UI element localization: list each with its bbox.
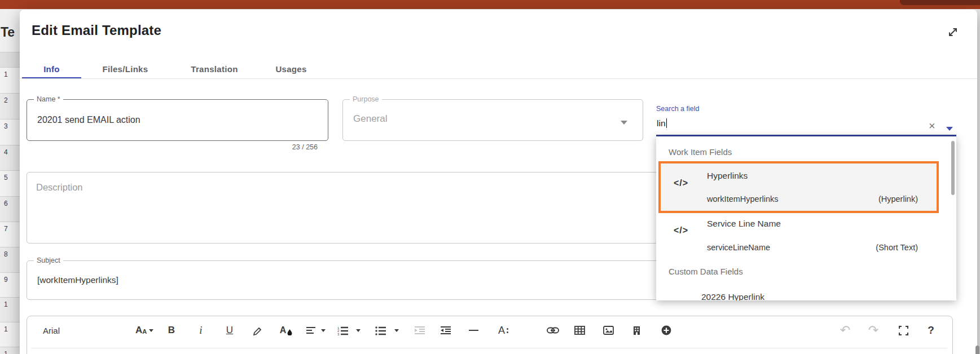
purpose-select[interactable]: [342, 99, 643, 141]
tabs-divider: [20, 78, 977, 79]
marker-pen-icon: [253, 325, 263, 336]
dialog-scrollbar-thumb[interactable]: [975, 346, 979, 354]
search-field-input[interactable]: lin: [657, 118, 667, 129]
background-table-row: 7: [0, 222, 20, 248]
outdent-button[interactable]: [410, 321, 429, 339]
ordered-list-button[interactable]: 123: [333, 321, 352, 339]
chevron-down-icon: [394, 329, 399, 332]
purpose-dropdown-arrow-icon[interactable]: [621, 121, 627, 125]
horizontal-rule-icon: [469, 330, 478, 331]
option-title-clipped[interactable]: 20226 Hyperlink: [701, 292, 764, 300]
table-icon: [574, 326, 585, 335]
open-in-full-icon: [947, 26, 960, 38]
link-icon: [547, 327, 559, 334]
bullet-list-dropdown-arrow[interactable]: [393, 321, 401, 339]
code-field-icon: </>: [674, 178, 688, 188]
tab-translation[interactable]: Translation: [169, 62, 260, 77]
svg-text:3: 3: [337, 332, 340, 335]
option-type: (Short Text): [825, 243, 918, 252]
chevron-down-icon: [321, 329, 326, 332]
building-icon: [633, 326, 640, 335]
background-table-header: [0, 52, 20, 68]
align-button[interactable]: [302, 321, 319, 339]
search-field-label: Search a field: [656, 105, 699, 113]
redo-button[interactable]: ↷: [863, 321, 884, 339]
purpose-label: Purpose: [350, 95, 382, 103]
ordered-list-dropdown-arrow[interactable]: [354, 321, 362, 339]
fullscreen-button[interactable]: [893, 321, 913, 339]
text-style-button[interactable]: A: [494, 321, 513, 339]
search-results-dropdown: Work Item Fields </> Hyperlinks workItem…: [656, 136, 956, 300]
toolbar-divider: [31, 348, 947, 348]
clear-search-icon[interactable]: ×: [929, 120, 935, 131]
subject-label: Subject: [34, 256, 63, 264]
dropdown-scrollbar-thumb[interactable]: [951, 141, 955, 195]
dialog-title: Edit Email Template: [32, 23, 161, 38]
chevron-down-icon: [356, 329, 361, 332]
background-table-row: 6: [0, 196, 20, 223]
fullscreen-icon: [899, 326, 908, 335]
bold-button[interactable]: B: [162, 321, 181, 339]
font-color-button[interactable]: A: [276, 321, 296, 339]
code-field-icon: </>: [674, 225, 688, 236]
horizontal-rule-button[interactable]: [464, 321, 483, 339]
search-dropdown-arrow-icon[interactable]: [946, 127, 953, 131]
highlight-button[interactable]: [248, 321, 267, 339]
name-value[interactable]: 20201 send EMAIL action: [37, 115, 140, 125]
background-table-row: 1: [0, 67, 20, 94]
undo-button[interactable]: ↶: [835, 321, 855, 339]
numbered-list-icon: 123: [337, 326, 348, 335]
undo-icon: ↶: [840, 323, 850, 338]
tab-usages[interactable]: Usages: [260, 62, 323, 77]
chevron-down-icon: [149, 329, 153, 332]
background-table-row: 3: [0, 119, 20, 145]
insert-link-button[interactable]: [543, 321, 563, 339]
plus-circle-icon: [661, 325, 671, 335]
background-right-strip: [977, 9, 980, 354]
tab-info[interactable]: Info: [22, 62, 81, 77]
option-code: workItemHyperlinks: [707, 194, 779, 203]
insert-more-button[interactable]: [656, 321, 676, 339]
name-char-counter: 23 / 256: [214, 143, 318, 151]
font-size-button[interactable]: AA: [131, 321, 158, 339]
option-type: (Hyperlink): [825, 194, 918, 203]
group-header-work-item-fields: Work Item Fields: [669, 147, 732, 157]
background-table-row: 1: [0, 297, 20, 324]
italic-button[interactable]: i: [192, 321, 210, 339]
expand-dialog-button[interactable]: [947, 26, 960, 39]
droplet-icon: [287, 329, 292, 335]
app-top-bar-accent: [900, 0, 980, 5]
indent-button[interactable]: [436, 321, 455, 339]
bullet-list-icon: [375, 326, 386, 335]
insert-image-button[interactable]: [598, 321, 618, 339]
dropdown-option-hyperlinks[interactable]: [658, 161, 939, 213]
font-family-value: Arial: [43, 326, 60, 335]
redo-icon: ↷: [868, 323, 878, 338]
font-family-select[interactable]: Arial: [39, 321, 131, 339]
underline-button[interactable]: U: [221, 321, 239, 339]
screen: Te 1 2 3 4 5 6 7 8 9 1 1 1 Edit Email Te…: [0, 0, 980, 354]
insert-media-button[interactable]: [626, 321, 647, 339]
background-table-row: 2: [0, 93, 20, 120]
help-button[interactable]: ?: [921, 321, 941, 339]
option-code: serviceLineName: [707, 243, 770, 252]
background-table-row: 8: [0, 247, 20, 273]
subject-value[interactable]: [workItemHyperlinks]: [37, 275, 118, 285]
option-title[interactable]: Hyperlinks: [707, 171, 748, 181]
tab-files-links[interactable]: Files/Links: [81, 62, 169, 77]
dots-icon: [507, 328, 508, 333]
description-placeholder: Description: [36, 182, 83, 193]
align-dropdown-arrow[interactable]: [319, 321, 327, 339]
app-top-bar: [0, 0, 980, 9]
indent-icon: [440, 326, 451, 335]
background-table-row: 9: [0, 272, 20, 299]
option-title[interactable]: Service Line Name: [707, 219, 781, 229]
insert-table-button[interactable]: [569, 321, 590, 339]
bullet-list-button[interactable]: [371, 321, 390, 339]
background-page-title: Te: [1, 25, 15, 40]
background-table-row: 1: [0, 322, 20, 348]
image-icon: [603, 326, 614, 335]
group-header-custom-data-fields: Custom Data Fields: [669, 267, 743, 276]
align-left-icon: [306, 326, 316, 335]
text-cursor: [666, 118, 667, 128]
